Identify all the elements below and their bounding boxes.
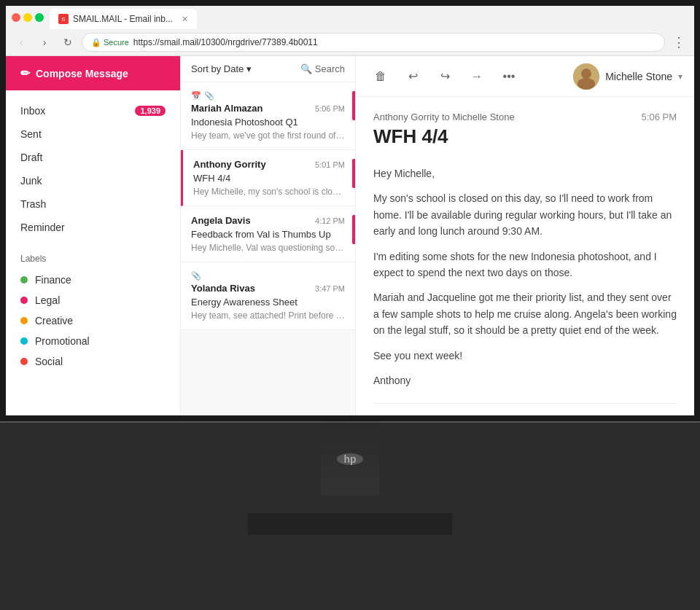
legal-dot <box>20 297 28 304</box>
attachment-icon-2: 📎 <box>191 271 201 281</box>
secure-indicator: 🔒 Secure <box>91 38 129 47</box>
body-p4: See you next week! <box>373 348 677 364</box>
email-item-3-subject: Energy Awareness Sheet <box>191 297 345 308</box>
reload-button[interactable]: ↻ <box>58 33 77 52</box>
svg-point-1 <box>581 69 591 79</box>
email-list-header: Sort by Date ▾ 🔍 Search <box>181 56 355 82</box>
svg-point-2 <box>578 78 595 90</box>
sidebar-nav: Inbox 1,939 Sent Draft Junk <box>6 90 180 248</box>
body-greeting: Hey Michelle, <box>373 165 677 181</box>
email-item-2-header: Angela Davis 4:12 PM <box>191 215 345 226</box>
sidebar: ✏ Compose Message Inbox 1,939 Sent Draft <box>6 56 181 415</box>
email-list-panel: Sort by Date ▾ 🔍 Search 📅 <box>181 56 356 415</box>
email-item-0-accent <box>352 91 355 120</box>
sidebar-item-sent[interactable]: Sent <box>6 122 180 146</box>
window-controls <box>12 13 44 22</box>
address-bar[interactable]: 🔒 Secure https://smail.mail/10300/nrgdri… <box>82 33 665 52</box>
user-name: Michelle Stone <box>605 71 672 82</box>
email-item-3[interactable]: 📎 Yolanda Rivas 3:47 PM Energy Awareness… <box>181 262 355 330</box>
email-item-2[interactable]: Angela Davis 4:12 PM Feedback from Val i… <box>181 206 355 262</box>
sidebar-item-trash[interactable]: Trash <box>6 192 180 216</box>
svg-text:hp: hp <box>343 453 356 465</box>
creative-dot <box>20 317 28 324</box>
email-item-3-header: Yolanda Rivas 3:47 PM <box>191 283 345 294</box>
back-button[interactable]: ‹ <box>12 33 31 52</box>
label-promotional[interactable]: Promotional <box>20 331 166 351</box>
labels-section: Labels Finance Legal Creative <box>6 248 180 378</box>
finance-dot <box>20 276 28 284</box>
email-subject: WFH 4/4 <box>373 125 515 148</box>
email-body: Hey Michelle, My son's school is closed … <box>373 165 677 388</box>
email-view-content: Anthony Gorrity to Michelle Stone WFH 4/… <box>356 97 694 415</box>
redo-button[interactable]: ↪ <box>432 63 458 90</box>
promotional-dot <box>20 337 28 345</box>
close-button[interactable] <box>12 13 20 22</box>
label-finance[interactable]: Finance <box>20 270 166 290</box>
app-toolbar: 🗑 ↩ ↪ → ••• Michell <box>356 56 694 97</box>
sidebar-item-draft[interactable]: Draft <box>6 146 180 169</box>
sidebar-item-junk[interactable]: Junk <box>6 169 180 192</box>
email-item-2-subject: Feedback from Val is Thumbs Up <box>191 229 345 240</box>
maximize-button[interactable] <box>35 13 44 22</box>
browser-toolbar: ‹ › ↻ 🔒 Secure https://smail.mail/10300/… <box>6 29 694 55</box>
email-from: Anthony Gorrity to Michelle Stone <box>373 112 515 122</box>
email-item-0-subject: Indonesia Photoshoot Q1 <box>191 117 345 128</box>
email-item-3-preview: Hey team, see attached! Print before our… <box>191 310 345 321</box>
body-p3: Mariah and Jacqueline got me their prior… <box>373 289 677 338</box>
email-divider <box>373 403 677 404</box>
email-item-0-preview: Hey team, we've got the first round of s… <box>191 130 345 141</box>
sidebar-item-reminder[interactable]: Reminder <box>6 216 180 239</box>
forward-button[interactable]: → <box>464 63 490 90</box>
email-items: 📅 📎 Mariah Almazan 5:06 PM Indonesia Pho… <box>181 82 355 415</box>
inbox-badge: 1,939 <box>135 106 166 116</box>
browser-menu-button[interactable]: ⋮ <box>669 31 688 53</box>
email-item-0[interactable]: 📅 📎 Mariah Almazan 5:06 PM Indonesia Pho… <box>181 82 355 150</box>
email-item-0-header: Mariah Almazan 5:06 PM <box>191 103 345 114</box>
body-p2: I'm editing some shots for the new Indon… <box>373 249 677 281</box>
labels-title: Labels <box>20 254 166 264</box>
email-item-1-header: Anthony Gorrity 5:01 PM <box>193 159 345 170</box>
delete-button[interactable]: 🗑 <box>368 63 394 90</box>
tab-title: SMAIL.MAIL - Email inb... <box>73 14 173 24</box>
user-dropdown-icon[interactable]: ▾ <box>678 71 682 82</box>
email-item-3-icons: 📎 <box>191 271 345 281</box>
more-options-button[interactable]: ••• <box>496 63 522 90</box>
avatar <box>573 63 599 90</box>
compose-button[interactable]: ✏ Compose Message <box>6 56 180 90</box>
email-item-2-preview: Hey Michelle, Val was questioning some o… <box>191 243 345 253</box>
tab-favicon: S <box>58 14 69 24</box>
undo-button[interactable]: ↩ <box>400 63 426 90</box>
browser-tab[interactable]: S SMAIL.MAIL - Email inb... ✕ <box>50 9 197 29</box>
label-creative[interactable]: Creative <box>20 310 166 331</box>
email-time: 5:06 PM <box>642 112 677 122</box>
email-detail-header: Anthony Gorrity to Michelle Stone WFH 4/… <box>373 112 677 160</box>
sidebar-item-inbox[interactable]: Inbox 1,939 <box>6 99 180 122</box>
sort-button[interactable]: Sort by Date ▾ <box>191 63 252 74</box>
email-item-2-accent <box>352 215 355 244</box>
label-social[interactable]: Social <box>20 351 166 372</box>
url-display: https://smail.mail/10300/nrgdrive/77389.… <box>133 37 318 47</box>
body-sign: Anthony <box>373 372 677 388</box>
email-item-1[interactable]: Anthony Gorrity 5:01 PM WFH 4/4 Hey Mich… <box>181 150 355 206</box>
label-legal[interactable]: Legal <box>20 290 166 310</box>
email-view: 🗑 ↩ ↪ → ••• Michell <box>356 56 694 415</box>
calendar-icon: 📅 <box>191 91 201 101</box>
email-item-1-subject: WFH 4/4 <box>193 173 345 184</box>
email-item-1-preview: Hey Michelle, my son's school is closed … <box>193 187 345 197</box>
search-button[interactable]: 🔍 Search <box>300 63 345 74</box>
email-item-0-icons: 📅 📎 <box>191 91 345 101</box>
compose-icon: ✏ <box>20 66 30 80</box>
social-dot <box>20 358 28 365</box>
minimize-button[interactable] <box>23 13 32 22</box>
tab-close-button[interactable]: ✕ <box>182 15 188 24</box>
body-p1: My son's school is closed on this day, s… <box>373 190 677 239</box>
attachment-icon: 📎 <box>204 91 214 101</box>
search-icon: 🔍 <box>300 63 312 74</box>
email-item-1-accent <box>352 159 355 188</box>
forward-button[interactable]: › <box>35 33 54 52</box>
